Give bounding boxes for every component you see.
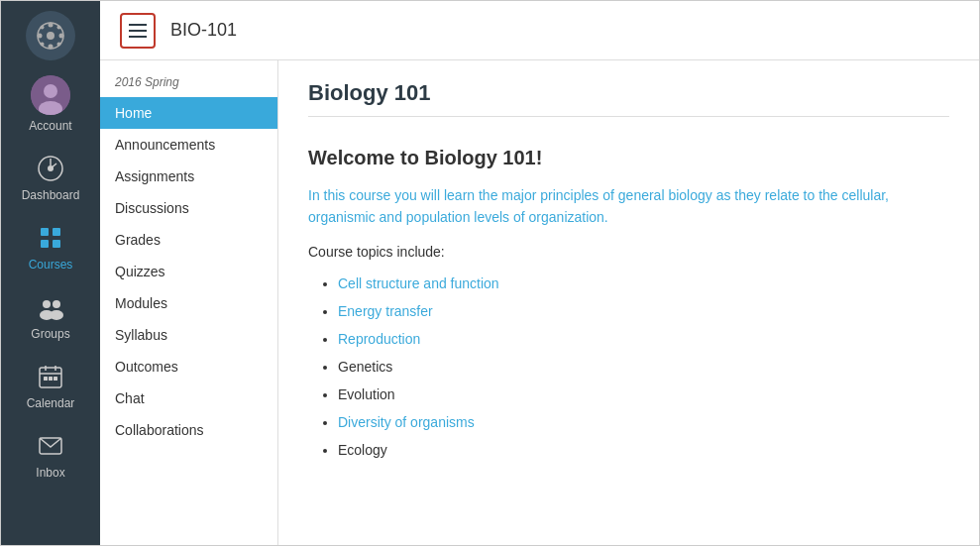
sidebar-item-calendar[interactable]: Calendar [1,351,100,420]
sidebar-item-account[interactable]: Account [1,70,100,143]
hamburger-button[interactable] [120,13,156,49]
list-item: Energy transfer [338,297,949,325]
hamburger-icon [129,24,147,38]
content-area: 2016 Spring Home Announcements Assignmen… [100,60,979,545]
sidebar-item-account-label: Account [29,119,71,133]
sidebar-item-dashboard[interactable]: Dashboard [1,143,100,212]
nav-item-discussions[interactable]: Discussions [100,192,277,224]
svg-point-24 [50,310,63,320]
sidebar: Account Dashboard Courses [1,1,100,545]
calendar-icon [35,361,66,392]
svg-rect-18 [53,228,60,236]
topics-list: Cell structure and function Energy trans… [308,270,949,464]
main-content: BIO-101 2016 Spring Home Announcements A… [100,1,979,545]
nav-item-modules[interactable]: Modules [100,287,277,319]
topic-link-energy-transfer[interactable]: Energy transfer [338,303,433,319]
list-item: Genetics [338,353,949,381]
svg-point-11 [44,84,57,98]
intro-text: In this course you will learn the major … [308,184,949,229]
svg-point-21 [43,300,51,308]
svg-point-5 [59,34,64,39]
sidebar-item-calendar-label: Calendar [27,396,75,410]
svg-rect-19 [41,240,49,248]
nav-item-quizzes[interactable]: Quizzes [100,256,277,287]
svg-rect-30 [49,377,53,381]
list-item: Cell structure and function [338,270,949,297]
topic-evolution: Evolution [338,386,395,402]
page-title: Biology 101 [308,80,949,117]
topic-genetics: Genetics [338,359,392,375]
groups-icon [35,291,66,323]
nav-item-collaborations[interactable]: Collaborations [100,414,277,446]
list-item: Ecology [338,436,949,464]
svg-point-7 [57,43,61,47]
courses-icon [35,222,66,254]
topic-ecology: Ecology [338,442,387,458]
svg-point-8 [57,26,61,30]
nav-item-syllabus[interactable]: Syllabus [100,319,277,351]
sidebar-item-courses[interactable]: Courses [1,212,100,281]
header: BIO-101 [100,1,979,60]
dashboard-icon [35,153,66,184]
app-logo [26,11,75,60]
list-item: Diversity of organisms [338,408,949,436]
course-nav: 2016 Spring Home Announcements Assignmen… [100,60,278,545]
svg-point-4 [38,34,43,39]
nav-item-outcomes[interactable]: Outcomes [100,351,277,382]
course-title: BIO-101 [170,20,237,41]
course-term: 2016 Spring [100,70,277,97]
svg-point-1 [47,32,54,40]
svg-point-22 [53,300,60,308]
svg-point-6 [41,26,45,30]
svg-point-3 [49,45,54,50]
topics-label: Course topics include: [308,244,949,260]
nav-item-assignments[interactable]: Assignments [100,161,277,192]
nav-item-home[interactable]: Home [100,97,277,129]
avatar [31,75,70,115]
page-body: Biology 101 Welcome to Biology 101! In t… [278,60,979,545]
list-item: Reproduction [338,325,949,353]
svg-point-2 [49,23,54,28]
nav-item-chat[interactable]: Chat [100,382,277,414]
sidebar-item-groups[interactable]: Groups [1,281,100,351]
sidebar-item-inbox[interactable]: Inbox [1,420,100,490]
svg-rect-20 [53,240,60,248]
svg-rect-31 [54,377,57,381]
topic-link-cell-structure[interactable]: Cell structure and function [338,275,499,291]
sidebar-item-courses-label: Courses [29,258,73,272]
svg-rect-29 [44,377,48,381]
topic-link-diversity[interactable]: Diversity of organisms [338,414,475,430]
sidebar-item-inbox-label: Inbox [36,466,64,480]
list-item: Evolution [338,381,949,408]
nav-item-grades[interactable]: Grades [100,224,277,256]
inbox-icon [35,430,66,462]
topic-link-reproduction[interactable]: Reproduction [338,331,420,347]
welcome-heading: Welcome to Biology 101! [308,147,949,169]
svg-point-9 [41,43,45,47]
nav-item-announcements[interactable]: Announcements [100,129,277,161]
svg-rect-17 [41,228,49,236]
sidebar-item-dashboard-label: Dashboard [22,188,80,202]
sidebar-item-groups-label: Groups [31,327,69,341]
